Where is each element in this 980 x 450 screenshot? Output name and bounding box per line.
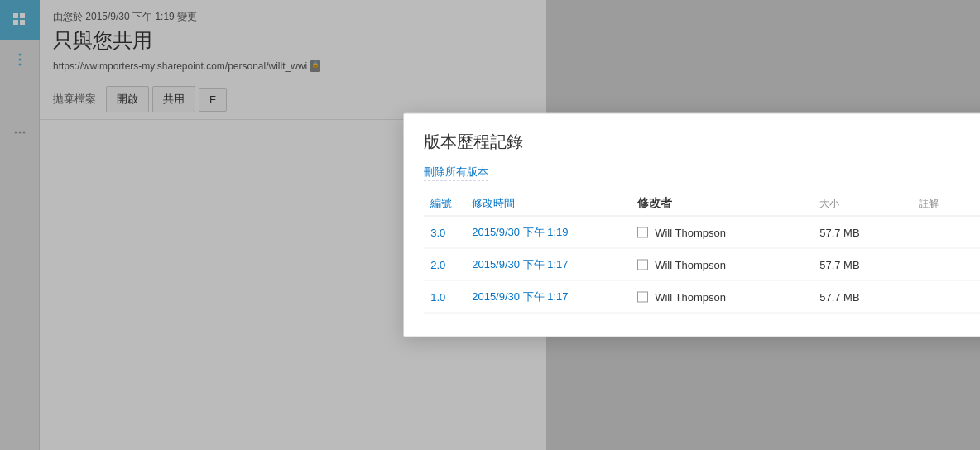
version-num-link[interactable]: 3.0: [430, 226, 445, 238]
version-table: 編號 修改時間 修改者 大小 註解: [424, 191, 980, 314]
col-header-note: 註解: [912, 191, 980, 217]
modal-header: 版本歷程記錄 ×: [404, 114, 980, 161]
version-note: [912, 216, 980, 248]
delete-all-versions-link[interactable]: 刪除所有版本: [424, 165, 488, 181]
version-note: [912, 280, 980, 313]
version-date: 2015/9/30 下午 1:19: [465, 216, 631, 248]
col-header-size: 大小: [813, 191, 912, 217]
version-date: 2015/9/30 下午 1:17: [465, 248, 631, 280]
version-num: 3.0: [424, 216, 465, 248]
table-row: 3.0 2015/9/30 下午 1:19 Will Thompson 57.7…: [424, 216, 980, 248]
version-num: 2.0: [424, 248, 465, 280]
col-header-date: 修改時間: [465, 191, 631, 217]
modal-overlay: 版本歷程記錄 × 刪除所有版本 編號 修改時間 修改者: [0, 0, 980, 450]
version-date-link[interactable]: 2015/9/30 下午 1:19: [472, 226, 568, 238]
col-header-num: 編號: [424, 191, 465, 217]
version-table-container: 編號 修改時間 修改者 大小 註解: [404, 191, 980, 337]
table-row: 1.0 2015/9/30 下午 1:17 Will Thompson 57.7…: [424, 280, 980, 313]
version-modifier: Will Thompson: [631, 248, 813, 280]
version-date-link[interactable]: 2015/9/30 下午 1:17: [472, 290, 568, 303]
version-size: 57.7 MB: [813, 216, 912, 248]
version-date-link[interactable]: 2015/9/30 下午 1:17: [472, 258, 568, 270]
version-note: [912, 248, 980, 280]
modifier-name: Will Thompson: [655, 226, 726, 238]
version-modifier: Will Thompson: [631, 280, 813, 313]
version-checkbox[interactable]: [637, 259, 648, 270]
version-checkbox[interactable]: [637, 291, 648, 302]
version-checkbox[interactable]: [637, 227, 648, 237]
modifier-name: Will Thompson: [655, 290, 726, 303]
modal-title: 版本歷程記錄: [424, 131, 523, 153]
version-size: 57.7 MB: [813, 280, 912, 313]
version-num: 1.0: [424, 280, 465, 313]
col-header-modifier: 修改者: [631, 191, 813, 217]
version-num-link[interactable]: 2.0: [430, 258, 445, 270]
table-row: 2.0 2015/9/30 下午 1:17 Will Thompson 57.7…: [424, 248, 980, 280]
version-modifier: Will Thompson: [631, 216, 813, 248]
version-date: 2015/9/30 下午 1:17: [465, 280, 631, 313]
version-history-modal: 版本歷程記錄 × 刪除所有版本 編號 修改時間 修改者: [403, 113, 980, 338]
modifier-name: Will Thompson: [655, 258, 726, 270]
version-num-link[interactable]: 1.0: [430, 290, 445, 303]
version-size: 57.7 MB: [813, 248, 912, 280]
